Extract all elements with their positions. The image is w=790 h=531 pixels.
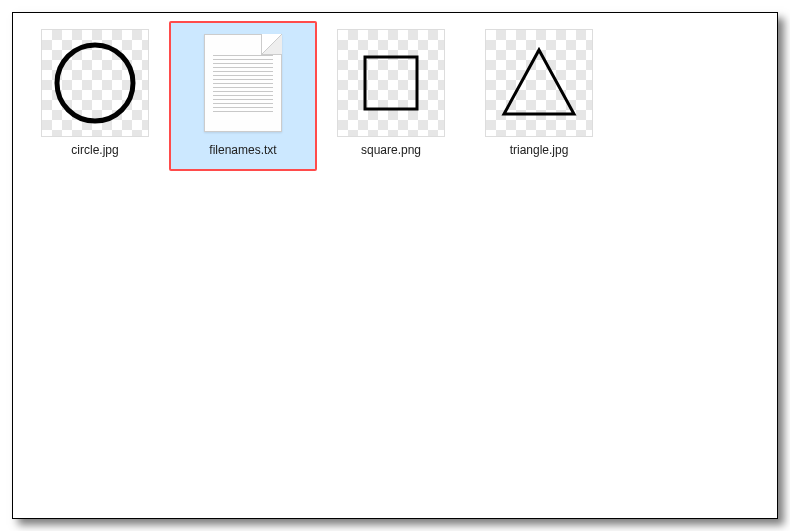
- thumbnail-text-document: [189, 29, 297, 137]
- file-label: triangle.jpg: [510, 143, 569, 157]
- file-label: circle.jpg: [71, 143, 118, 157]
- file-item-filenames[interactable]: filenames.txt: [169, 21, 317, 171]
- svg-rect-1: [365, 57, 417, 109]
- text-document-icon: [204, 34, 282, 132]
- file-explorer-view[interactable]: circle.jpg filenames.txt square.png: [12, 12, 778, 519]
- square-icon: [351, 43, 431, 123]
- triangle-icon: [494, 38, 584, 128]
- file-item-triangle[interactable]: triangle.jpg: [465, 21, 613, 171]
- thumbnail-circle: [41, 29, 149, 137]
- file-item-circle[interactable]: circle.jpg: [21, 21, 169, 171]
- file-label: square.png: [361, 143, 421, 157]
- circle-icon: [52, 40, 138, 126]
- svg-point-0: [57, 45, 133, 121]
- thumbnail-triangle: [485, 29, 593, 137]
- svg-marker-2: [504, 50, 574, 114]
- thumbnail-square: [337, 29, 445, 137]
- file-label: filenames.txt: [209, 143, 276, 157]
- file-item-square[interactable]: square.png: [317, 21, 465, 171]
